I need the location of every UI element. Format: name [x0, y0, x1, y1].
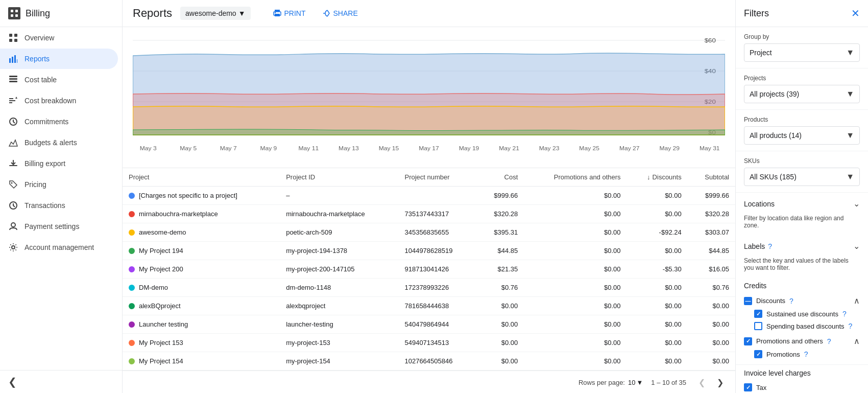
- header-actions: PRINT SHARE: [269, 6, 362, 20]
- discounts-checkbox[interactable]: —: [744, 297, 752, 305]
- svg-rect-1: [15, 10, 18, 12]
- sidebar-item-commitments[interactable]: Commitments: [0, 111, 118, 132]
- locations-toggle[interactable]: Locations ⌄: [736, 193, 868, 215]
- svg-rect-8: [9, 58, 11, 63]
- credits-section: Credits — Discounts ? ∧ ✓ Sustained use …: [736, 278, 868, 364]
- svg-point-20: [11, 182, 13, 184]
- filters-header: Filters ✕: [736, 0, 868, 27]
- sidebar-item-overview[interactable]: Overview: [0, 28, 118, 48]
- cell-project-id: –: [280, 187, 398, 205]
- close-filters-btn[interactable]: ✕: [851, 7, 860, 19]
- promotions-sub-help-icon[interactable]: ?: [804, 350, 808, 358]
- svg-rect-13: [9, 78, 17, 80]
- sustained-use-row: ✓ Sustained use discounts ?: [744, 308, 860, 320]
- project-selector[interactable]: awesome-demo ▼: [180, 7, 250, 20]
- col-discounts: ↓Discounts: [627, 168, 688, 187]
- svg-text:May 3: May 3: [140, 146, 157, 151]
- print-button[interactable]: PRINT: [269, 6, 310, 20]
- svg-rect-27: [275, 12, 276, 13]
- discounts-row: — Discounts ? ∧: [744, 294, 860, 308]
- pagination-bar: Rows per page: 10 ▼ 1 – 10 of 35 ❮ ❯: [123, 371, 735, 393]
- project-name: My Project 154: [139, 357, 183, 365]
- cell-promotions: $0.00: [524, 334, 626, 352]
- svg-text:May 23: May 23: [539, 146, 560, 151]
- project-name: awesome-demo: [139, 228, 186, 236]
- cell-project: My Project 200: [123, 260, 280, 279]
- table-row: awesome-demo poetic-arch-509 34535683565…: [123, 223, 735, 242]
- share-button[interactable]: SHARE: [318, 6, 362, 20]
- col-project-id: Project ID: [280, 168, 398, 187]
- promotions-sub-label: Promotions: [766, 351, 800, 358]
- cell-project-id: launcher-testing: [280, 315, 398, 334]
- skus-value: All SKUs (185): [750, 173, 797, 181]
- cell-project: DM-demo: [123, 279, 280, 297]
- spending-based-checkbox[interactable]: [754, 322, 762, 330]
- tax-checkbox[interactable]: ✓: [744, 383, 752, 391]
- sidebar-item-payment-settings[interactable]: Payment settings: [0, 216, 118, 237]
- cell-discounts: $0.00: [627, 205, 688, 223]
- cell-discounts: $0.00: [627, 187, 688, 205]
- discounts-chevron: ∧: [854, 296, 860, 306]
- cell-project-number: 1044978628519: [398, 242, 476, 260]
- spending-based-help-icon[interactable]: ?: [849, 322, 853, 330]
- table-row: [Charges not specific to a project] – $9…: [123, 187, 735, 205]
- sidebar-collapse-btn[interactable]: ❮: [0, 370, 122, 393]
- cell-subtotal: $16.05: [688, 260, 735, 279]
- products-select[interactable]: All products (14) ▼: [744, 126, 860, 145]
- sidebar-item-budgets[interactable]: Budgets & alerts: [0, 132, 118, 153]
- skus-select[interactable]: All SKUs (185) ▼: [744, 168, 860, 186]
- next-page-btn[interactable]: ❯: [713, 375, 727, 389]
- prev-page-btn[interactable]: ❮: [694, 375, 709, 389]
- cost-breakdown-icon: [8, 96, 18, 106]
- sidebar-item-reports[interactable]: Reports: [0, 49, 118, 69]
- discounts-label: Discounts: [756, 297, 785, 305]
- sustained-use-help-icon[interactable]: ?: [842, 310, 847, 318]
- cell-project: My Project 153: [123, 334, 280, 352]
- sustained-use-checkbox[interactable]: ✓: [754, 310, 762, 318]
- rows-per-page-select[interactable]: 10 ▼: [628, 379, 643, 386]
- cell-project-number: 549407134513: [398, 334, 476, 352]
- project-name: Launcher testing: [139, 320, 188, 328]
- overview-icon: [8, 33, 18, 43]
- sidebar-item-cost-table[interactable]: Cost table: [0, 70, 118, 90]
- group-by-value: Project: [750, 49, 772, 57]
- project-name: My Project 200: [139, 265, 183, 273]
- cell-promotions: $0.00: [524, 187, 626, 205]
- share-icon: [322, 9, 330, 17]
- table-row: mirnabouchra-marketplace mirnabouchra-ma…: [123, 205, 735, 223]
- promotions-sub-checkbox[interactable]: ✓: [754, 350, 762, 358]
- main-content-area: Reports awesome-demo ▼ PRINT SHARE: [123, 0, 735, 393]
- sidebar-item-account-mgmt[interactable]: Account management: [0, 237, 118, 258]
- cell-project-number: 918713041426: [398, 260, 476, 279]
- group-by-select[interactable]: Project ▼: [744, 43, 860, 62]
- account-mgmt-icon: [8, 242, 18, 252]
- billing-icon: [8, 7, 20, 19]
- cell-promotions: $0.00: [524, 242, 626, 260]
- labels-help-icon[interactable]: ?: [768, 242, 772, 250]
- cell-project-id: my-project-153: [280, 334, 398, 352]
- promotions-help-icon[interactable]: ?: [827, 337, 831, 345]
- sidebar-item-pricing[interactable]: Pricing: [0, 174, 118, 195]
- cell-promotions: $0.00: [524, 260, 626, 279]
- sidebar-item-transactions[interactable]: Transactions: [0, 195, 118, 216]
- cell-project-number: 735137443317: [398, 205, 476, 223]
- cell-cost: $0.00: [477, 352, 524, 371]
- cell-subtotal: $0.00: [688, 334, 735, 352]
- cell-discounts: $0.00: [627, 334, 688, 352]
- products-value: All products (14): [750, 131, 802, 140]
- svg-text:May 17: May 17: [419, 146, 439, 151]
- group-by-label: Group by: [744, 33, 860, 40]
- filter-projects: Projects All projects (39) ▼: [736, 68, 868, 110]
- svg-text:May 13: May 13: [339, 146, 359, 151]
- projects-label: Projects: [744, 75, 860, 82]
- sidebar-item-cost-breakdown[interactable]: Cost breakdown: [0, 90, 118, 111]
- promotions-checkbox[interactable]: ✓: [744, 337, 752, 345]
- cell-cost: $21.35: [477, 260, 524, 279]
- cell-project-number: 1027664505846: [398, 352, 476, 371]
- discounts-help-icon[interactable]: ?: [789, 297, 793, 305]
- sidebar-item-billing-export[interactable]: Billing export: [0, 153, 118, 174]
- cell-promotions: $0.00: [524, 352, 626, 371]
- tax-label: Tax: [756, 384, 766, 391]
- labels-toggle[interactable]: Labels ? ⌄: [736, 235, 868, 257]
- projects-select[interactable]: All projects (39) ▼: [744, 85, 860, 103]
